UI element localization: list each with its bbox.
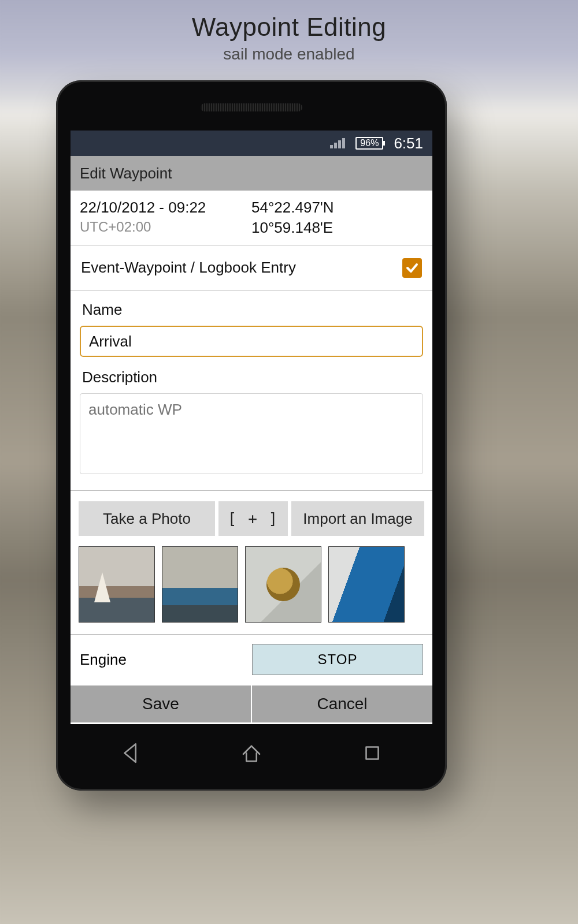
take-photo-button[interactable]: Take a Photo [79, 501, 215, 536]
battery-icon: 96% [355, 137, 383, 150]
form-section: Name Description [71, 290, 432, 491]
waypoint-longitude: 10°59.148'E [251, 219, 423, 237]
engine-stop-button[interactable]: STOP [252, 644, 423, 675]
waypoint-latitude: 54°22.497'N [251, 199, 423, 217]
import-image-button[interactable]: Import an Image [291, 501, 424, 536]
photo-thumbnail[interactable] [245, 546, 321, 623]
page-subtitle: sail mode enabled [0, 45, 578, 64]
phone-frame: 96% 6:51 Edit Waypoint 22/10/2012 - 09:2… [56, 80, 447, 791]
event-toggle-row[interactable]: Event-Waypoint / Logbook Entry [71, 245, 432, 290]
back-icon[interactable] [118, 741, 143, 765]
clock: 6:51 [394, 135, 423, 152]
photo-thumbnail[interactable] [328, 546, 405, 623]
svg-rect-0 [366, 747, 378, 759]
add-photo-button[interactable]: [ + ] [218, 501, 288, 536]
waypoint-timezone: UTC+02:00 [80, 219, 251, 235]
description-label: Description [82, 368, 421, 386]
cancel-button[interactable]: Cancel [251, 685, 432, 722]
name-input[interactable] [80, 326, 423, 357]
engine-label: Engine [80, 651, 127, 669]
save-button[interactable]: Save [71, 685, 251, 722]
page-title: Waypoint Editing [0, 13, 578, 42]
engine-row: Engine STOP [71, 635, 432, 685]
app-title: Edit Waypoint [80, 165, 172, 182]
app-title-bar: Edit Waypoint [71, 156, 432, 191]
name-label: Name [82, 301, 421, 319]
signal-icon [330, 138, 345, 148]
event-checkbox[interactable] [402, 258, 422, 278]
photo-section: Take a Photo [ + ] Import an Image [71, 491, 432, 635]
screen: 96% 6:51 Edit Waypoint 22/10/2012 - 09:2… [71, 131, 432, 724]
recent-apps-icon[interactable] [360, 741, 384, 765]
android-nav-bar [71, 733, 432, 773]
earpiece [201, 103, 302, 111]
event-toggle-label: Event-Waypoint / Logbook Entry [81, 259, 296, 277]
waypoint-info: 22/10/2012 - 09:22 UTC+02:00 54°22.497'N… [71, 191, 432, 245]
description-input[interactable] [80, 393, 423, 474]
check-icon [405, 261, 419, 275]
photo-thumbnail[interactable] [79, 546, 155, 623]
action-bar: Save Cancel [71, 685, 432, 722]
page-heading: Waypoint Editing sail mode enabled [0, 13, 578, 64]
home-icon[interactable] [239, 741, 264, 765]
status-bar: 96% 6:51 [71, 131, 432, 156]
photo-thumbnail[interactable] [162, 546, 238, 623]
waypoint-datetime: 22/10/2012 - 09:22 [80, 199, 251, 217]
